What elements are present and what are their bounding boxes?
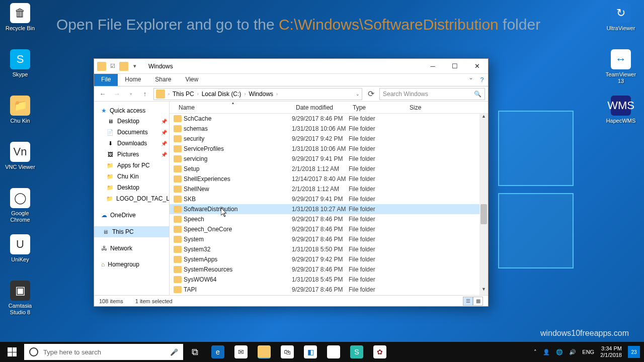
desktop-icon-camtasia-studio-8[interactable]: ▣Camtasia Studio 8: [2, 281, 38, 316]
taskbar-snagit[interactable]: S: [345, 342, 368, 362]
file-row[interactable]: Tasks1/31/2018 5:45 PMFile folder: [170, 295, 488, 295]
file-row[interactable]: SKB9/29/2017 9:41 PMFile folder: [170, 194, 488, 204]
back-button[interactable]: ←: [97, 88, 108, 100]
file-row[interactable]: ServiceProfiles1/31/2018 10:06 AMFile fo…: [170, 144, 488, 154]
tab-home[interactable]: Home: [118, 74, 148, 86]
file-row[interactable]: System9/29/2017 8:46 PMFile folder: [170, 234, 488, 244]
nav-item-label: Downloads: [117, 140, 147, 147]
breadcrumb-thispc[interactable]: This PC: [171, 89, 196, 99]
nav-item-label: Documents: [117, 129, 148, 136]
file-row[interactable]: SystemApps9/29/2017 9:42 PMFile folder: [170, 254, 488, 264]
task-view-button[interactable]: ⧉: [183, 342, 206, 362]
quick-access-item[interactable]: 🖥Desktop📌: [94, 116, 169, 127]
homegroup-item[interactable]: ⌂Homegroup: [94, 259, 169, 269]
desktop-icon-skype[interactable]: SSkype: [2, 49, 38, 78]
scroll-down-icon[interactable]: ▼: [479, 287, 488, 295]
folder-icon: [174, 196, 182, 203]
quick-access-heading[interactable]: ★Quick access: [94, 106, 169, 116]
file-type: File folder: [349, 246, 406, 253]
taskbar-chrome[interactable]: ◯: [322, 342, 345, 362]
tray-language[interactable]: ENG: [582, 349, 594, 355]
tray-overflow-icon[interactable]: ˄: [534, 349, 537, 355]
network-item[interactable]: 🖧Network: [94, 243, 169, 253]
desktop-icon-unikey[interactable]: UUniKey: [2, 234, 38, 263]
taskbar-clock[interactable]: 3:34 PM 2/1/2018: [600, 345, 622, 358]
taskbar-app1[interactable]: ◧: [299, 342, 322, 362]
thumbnails-view-button[interactable]: ▦: [473, 297, 483, 306]
file-row[interactable]: SoftwareDistribution1/31/2018 10:27 AMFi…: [170, 204, 488, 214]
qat-newfolder-icon[interactable]: [119, 62, 128, 71]
search-placeholder-text: Type here to search: [43, 348, 101, 356]
column-size[interactable]: Size: [406, 104, 488, 111]
taskbar-mail[interactable]: ✉: [229, 342, 253, 362]
details-view-button[interactable]: ☰: [463, 297, 473, 306]
refresh-button[interactable]: ⟳: [365, 89, 376, 99]
breadcrumb-dropdown-icon[interactable]: ⌄: [356, 92, 360, 97]
app-icon: ↔: [611, 49, 631, 69]
desktop-icon-recycle-bin[interactable]: 🗑Recycle Bin: [2, 3, 38, 32]
file-row[interactable]: ShellNew2/1/2018 1:12 AMFile folder: [170, 184, 488, 194]
quick-access-item[interactable]: 📁Apps for PC: [94, 160, 169, 171]
desktop-icon-hapecwms[interactable]: WMSHapecWMS: [603, 96, 639, 124]
quick-access-item[interactable]: 🖼Pictures📌: [94, 149, 169, 160]
quick-access-item[interactable]: 📁LOGO_DOI_TAC_LIE: [94, 193, 169, 204]
this-pc-item[interactable]: 🖥This PC: [94, 226, 169, 237]
desktop-icon-chu-kin[interactable]: 📁Chu Kin: [2, 96, 38, 124]
desktop-icon-google-chrome[interactable]: ◯Google Chrome: [2, 188, 38, 223]
folder-icon: [97, 62, 106, 71]
close-button[interactable]: ✕: [466, 59, 488, 74]
file-row[interactable]: System321/31/2018 5:50 PMFile folder: [170, 244, 488, 254]
quick-access-item[interactable]: 📁Chu Kin: [94, 171, 169, 182]
taskbar-edge[interactable]: e: [206, 342, 229, 362]
file-row[interactable]: Speech_OneCore9/29/2017 8:46 PMFile fold…: [170, 224, 488, 234]
file-row[interactable]: SchCache9/29/2017 8:46 PMFile folder: [170, 114, 488, 124]
file-row[interactable]: SysWOW641/31/2018 5:45 PMFile folder: [170, 275, 488, 285]
file-row[interactable]: Speech9/29/2017 8:46 PMFile folder: [170, 214, 488, 224]
file-row[interactable]: ShellExperiences12/14/2017 8:40 AMFile f…: [170, 174, 488, 184]
taskbar-search[interactable]: Type here to search 🎤: [24, 344, 183, 360]
file-row[interactable]: Setup2/1/2018 1:12 AMFile folder: [170, 164, 488, 174]
tray-people-icon[interactable]: 👤: [543, 349, 550, 355]
breadcrumb-drive[interactable]: Local Disk (C:): [200, 89, 244, 99]
file-row[interactable]: TAPI9/29/2017 8:46 PMFile folder: [170, 285, 488, 295]
maximize-button[interactable]: ☐: [444, 59, 466, 74]
file-row[interactable]: servicing9/29/2017 9:41 PMFile folder: [170, 154, 488, 164]
search-input[interactable]: Search Windows 🔍: [379, 88, 485, 100]
scrollbar[interactable]: ▲ ▼: [479, 114, 488, 295]
tray-speaker-icon[interactable]: 🔊: [569, 349, 576, 355]
action-center-button[interactable]: 23: [628, 346, 640, 358]
file-row[interactable]: security9/29/2017 9:42 PMFile folder: [170, 134, 488, 144]
help-button[interactable]: ?: [476, 74, 488, 86]
desktop-icon-teamviewer-13[interactable]: ↔TeamViewer 13: [603, 49, 639, 84]
tab-view[interactable]: View: [178, 74, 205, 86]
up-button[interactable]: ↑: [139, 88, 150, 100]
taskbar-app2[interactable]: ✿: [368, 342, 391, 362]
scroll-thumb[interactable]: [480, 204, 487, 224]
column-date[interactable]: Date modified: [292, 104, 349, 111]
minimize-button[interactable]: ─: [422, 59, 444, 74]
file-row[interactable]: SystemResources9/29/2017 8:46 PMFile fol…: [170, 264, 488, 275]
ribbon-collapse-icon[interactable]: ⌄: [466, 74, 476, 86]
desktop-icon-vnc-viewer[interactable]: VnVNC Viewer: [2, 142, 38, 170]
quick-access-item[interactable]: ⬇Downloads📌: [94, 138, 169, 149]
desktop-icon-ultraviewer[interactable]: ↻UltraViewer: [603, 3, 639, 32]
tray-network-icon[interactable]: 🌐: [556, 349, 563, 355]
onedrive-item[interactable]: ☁OneDrive: [94, 210, 169, 220]
start-button[interactable]: [0, 342, 24, 362]
taskbar-store[interactable]: 🛍: [276, 342, 299, 362]
folder-icon: [174, 226, 182, 233]
tab-share[interactable]: Share: [148, 74, 178, 86]
breadcrumb[interactable]: › This PC › Local Disk (C:) › Windows › …: [153, 88, 362, 100]
file-row[interactable]: schemas1/31/2018 10:06 AMFile folder: [170, 124, 488, 134]
column-type[interactable]: Type: [349, 104, 406, 111]
quick-access-item[interactable]: 📄Documents📌: [94, 127, 169, 138]
tab-file[interactable]: File: [94, 74, 118, 86]
qat-dropdown-icon[interactable]: ▾: [130, 62, 139, 71]
scroll-up-icon[interactable]: ▲: [479, 114, 488, 122]
forward-button[interactable]: →: [111, 88, 122, 100]
taskbar-explorer[interactable]: [253, 342, 276, 362]
breadcrumb-windows[interactable]: Windows: [247, 89, 275, 99]
quick-access-item[interactable]: 📁Desktop: [94, 182, 169, 193]
qat-properties-icon[interactable]: ☑: [108, 62, 117, 71]
recent-dropdown[interactable]: ▾: [125, 88, 136, 100]
